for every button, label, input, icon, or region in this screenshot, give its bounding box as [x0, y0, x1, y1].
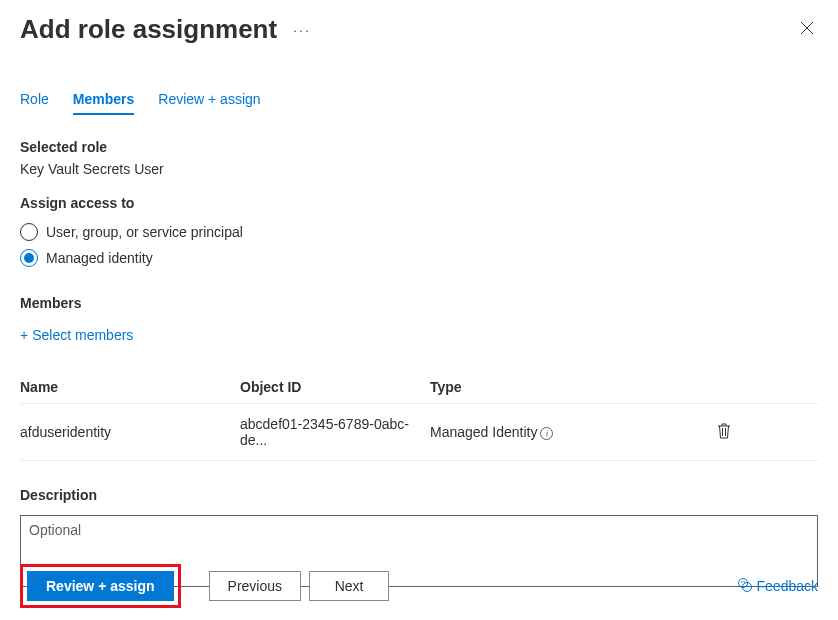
- tab-review-assign[interactable]: Review + assign: [158, 85, 260, 115]
- members-label: Members: [20, 295, 818, 311]
- next-button[interactable]: Next: [309, 571, 389, 601]
- radio-managed-identity[interactable]: Managed identity: [20, 245, 818, 271]
- cell-name: afduseridentity: [20, 404, 240, 461]
- radio-managed-identity-label: Managed identity: [46, 250, 153, 266]
- more-icon[interactable]: ···: [293, 22, 311, 38]
- feedback-text: Feedback: [757, 578, 818, 594]
- svg-point-3: [743, 581, 744, 582]
- col-name: Name: [20, 371, 240, 404]
- assign-access-label: Assign access to: [20, 195, 818, 211]
- radio-user-group-label: User, group, or service principal: [46, 224, 243, 240]
- svg-point-2: [741, 581, 742, 582]
- tabs: Role Members Review + assign: [0, 85, 838, 115]
- previous-button[interactable]: Previous: [209, 571, 301, 601]
- select-members-link[interactable]: + Select members: [20, 327, 133, 343]
- tab-role[interactable]: Role: [20, 85, 49, 115]
- selected-role-value: Key Vault Secrets User: [20, 161, 818, 177]
- radio-user-group[interactable]: User, group, or service principal: [20, 219, 818, 245]
- feedback-link[interactable]: Feedback: [737, 577, 818, 596]
- table-row: afduseridentity abcdef01-2345-6789-0abc-…: [20, 404, 818, 461]
- assign-access-group: User, group, or service principal Manage…: [20, 219, 818, 271]
- close-icon[interactable]: [796, 17, 818, 43]
- select-members-text: Select members: [32, 327, 133, 343]
- radio-circle-icon: [20, 223, 38, 241]
- cell-objectid: abcdef01-2345-6789-0abc-de...: [240, 404, 430, 461]
- selected-role-label: Selected role: [20, 139, 818, 155]
- plus-icon: +: [20, 327, 28, 343]
- info-icon[interactable]: i: [540, 427, 553, 440]
- col-type: Type: [430, 371, 630, 404]
- col-objectid: Object ID: [240, 371, 430, 404]
- radio-circle-icon: [20, 249, 38, 267]
- trash-icon[interactable]: [717, 426, 731, 442]
- members-table: Name Object ID Type afduseridentity abcd…: [20, 371, 818, 461]
- tab-members[interactable]: Members: [73, 85, 134, 115]
- highlight-box: Review + assign: [20, 564, 181, 608]
- feedback-icon: [737, 577, 753, 596]
- page-title: Add role assignment: [20, 14, 277, 45]
- cell-type: Managed Identityi: [430, 404, 630, 461]
- description-label: Description: [20, 487, 818, 503]
- review-assign-button[interactable]: Review + assign: [27, 571, 174, 601]
